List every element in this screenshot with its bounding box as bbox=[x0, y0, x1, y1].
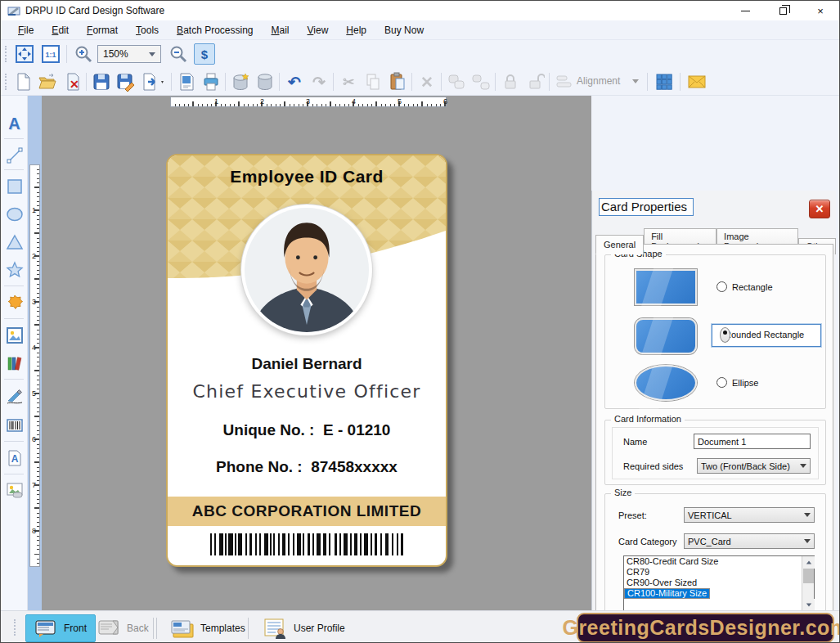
mail-icon[interactable] bbox=[686, 71, 707, 92]
user-profile-icon bbox=[263, 618, 287, 639]
rounded-rectangle-shape-preview[interactable] bbox=[635, 318, 697, 354]
scrollbar-thumb[interactable] bbox=[803, 569, 814, 583]
minimize-button[interactable] bbox=[726, 1, 764, 20]
menu-help[interactable]: Help bbox=[337, 22, 375, 38]
undo-icon[interactable]: ↶ bbox=[284, 71, 305, 92]
close-button[interactable]: × bbox=[802, 1, 839, 20]
scroll-down-icon[interactable] bbox=[802, 599, 815, 611]
design-canvas[interactable]: 1 2 3 4 5 6 bbox=[42, 96, 591, 610]
text-tool-icon[interactable]: A bbox=[4, 114, 25, 134]
currency-symbol-button[interactable]: $ bbox=[194, 43, 215, 65]
document-name-input[interactable]: Document 1 bbox=[694, 434, 811, 449]
toolbar-grip bbox=[5, 74, 8, 90]
menu-tools[interactable]: Tools bbox=[127, 22, 168, 38]
print-preview-icon[interactable] bbox=[176, 71, 197, 92]
menu-edit[interactable]: Edit bbox=[43, 22, 78, 38]
fit-to-window-icon[interactable] bbox=[14, 43, 35, 65]
radio-rounded-rectangle[interactable]: Rounded Rectangle bbox=[720, 330, 804, 339]
alignment-chevron-icon bbox=[632, 79, 639, 83]
size-option[interactable]: CR90-Over Sized bbox=[624, 578, 814, 588]
copy-icon[interactable] bbox=[362, 71, 384, 92]
zoom-out-icon[interactable] bbox=[168, 43, 189, 65]
delete-icon[interactable]: ✕ bbox=[416, 71, 438, 92]
lock-icon[interactable] bbox=[500, 71, 521, 92]
database-icon[interactable] bbox=[254, 71, 276, 92]
custom-shape-tool-icon[interactable] bbox=[4, 292, 25, 313]
size-option[interactable]: CR79 bbox=[624, 567, 814, 578]
app-icon bbox=[7, 4, 20, 17]
library-tool-icon[interactable] bbox=[4, 353, 25, 373]
listbox-scrollbar[interactable] bbox=[802, 556, 814, 611]
export-database-icon[interactable] bbox=[230, 71, 251, 92]
save-as-icon[interactable] bbox=[115, 71, 137, 92]
redo-icon[interactable]: ↷ bbox=[308, 71, 330, 92]
required-sides-label: Required sides bbox=[623, 461, 683, 471]
radio-rectangle[interactable]: Rectangle bbox=[716, 281, 773, 292]
bottom-bar-grip bbox=[14, 619, 17, 636]
ellipse-shape-preview[interactable] bbox=[635, 365, 697, 401]
rectangle-shape-preview[interactable] bbox=[635, 269, 697, 305]
open-file-icon[interactable] bbox=[37, 71, 58, 92]
radio-rectangle-circle[interactable] bbox=[716, 281, 727, 292]
grid-icon[interactable] bbox=[654, 71, 675, 92]
back-side-button[interactable]: Back bbox=[89, 614, 157, 642]
preset-select[interactable]: VERTICAL bbox=[684, 507, 815, 523]
export-icon[interactable] bbox=[140, 71, 166, 92]
triangle-tool-icon[interactable] bbox=[4, 232, 25, 252]
employee-name: Daniel Bernard bbox=[168, 355, 446, 373]
barcode bbox=[210, 533, 403, 555]
window-title: DRPU ID Card Design Software bbox=[25, 5, 164, 16]
radio-ellipse[interactable]: Ellipse bbox=[716, 377, 758, 388]
ellipse-tool-icon[interactable] bbox=[4, 204, 25, 224]
card-information-legend: Card Information bbox=[611, 414, 685, 424]
templates-button[interactable]: Templates bbox=[161, 614, 254, 642]
zoom-level-value: 150% bbox=[103, 48, 128, 60]
size-option[interactable]: CR80-Credit Card Size bbox=[624, 556, 814, 567]
print-icon[interactable] bbox=[200, 71, 222, 92]
signature-tool-icon[interactable] bbox=[4, 385, 25, 406]
vertical-ruler-strip: 1 2 3 4 5 6 7 8 bbox=[28, 96, 42, 610]
unlock-icon[interactable] bbox=[524, 71, 546, 92]
front-side-button[interactable]: Front bbox=[25, 614, 96, 642]
svg-text:✕: ✕ bbox=[70, 78, 79, 91]
scroll-up-icon[interactable] bbox=[802, 556, 815, 569]
star-tool-icon[interactable] bbox=[4, 259, 25, 280]
menu-view[interactable]: View bbox=[299, 22, 338, 38]
image-watermark-tool-icon[interactable] bbox=[4, 480, 25, 501]
alignment-label[interactable]: Alignment bbox=[577, 75, 620, 87]
image-tool-icon[interactable] bbox=[4, 325, 25, 345]
delete-document-icon[interactable]: ✕ bbox=[61, 71, 83, 92]
card-size-listbox: CR80-Credit Card Size CR79 CR90-Over Siz… bbox=[623, 555, 815, 612]
chevron-down-icon bbox=[149, 52, 155, 56]
text-watermark-tool-icon[interactable]: A bbox=[4, 447, 25, 468]
card-category-select[interactable]: PVC_Card bbox=[684, 533, 815, 549]
restore-button[interactable] bbox=[764, 1, 802, 20]
menu-file[interactable]: File bbox=[9, 22, 43, 38]
actual-size-icon[interactable]: 1:1 bbox=[40, 43, 61, 65]
panel-close-icon[interactable]: ✕ bbox=[809, 200, 830, 218]
rectangle-tool-icon[interactable] bbox=[4, 176, 25, 196]
ungroup-icon[interactable] bbox=[470, 71, 492, 92]
size-option-selected[interactable]: CR100-Military Size bbox=[624, 588, 710, 599]
user-profile-button[interactable]: User Profile bbox=[254, 614, 353, 642]
group-icon[interactable] bbox=[446, 71, 467, 92]
zoom-level-select[interactable]: 150% bbox=[97, 45, 161, 63]
alignment-icon[interactable] bbox=[554, 71, 575, 92]
barcode-tool-icon[interactable] bbox=[4, 415, 25, 435]
paste-icon[interactable] bbox=[387, 71, 408, 92]
tab-general[interactable]: General bbox=[595, 235, 644, 254]
menu-format[interactable]: Format bbox=[78, 22, 127, 38]
menu-batch-processing[interactable]: Batch Processing bbox=[168, 22, 262, 38]
menu-buy-now[interactable]: Buy Now bbox=[375, 22, 433, 38]
menu-mail[interactable]: Mail bbox=[263, 22, 299, 38]
new-document-icon[interactable] bbox=[12, 71, 34, 92]
id-card-preview[interactable]: Employee ID Card bbox=[166, 154, 447, 567]
radio-rounded-rectangle-circle[interactable] bbox=[720, 327, 730, 343]
zoom-in-icon[interactable] bbox=[73, 43, 94, 65]
cut-icon[interactable]: ✂ bbox=[338, 71, 359, 92]
bottom-bar: Front Back Templates User Profile Greeti… bbox=[1, 610, 839, 643]
radio-ellipse-circle[interactable] bbox=[716, 377, 727, 388]
line-tool-icon[interactable] bbox=[4, 145, 25, 165]
save-icon[interactable] bbox=[91, 71, 112, 92]
required-sides-select[interactable]: Two (Front/Back Side) bbox=[697, 458, 811, 474]
